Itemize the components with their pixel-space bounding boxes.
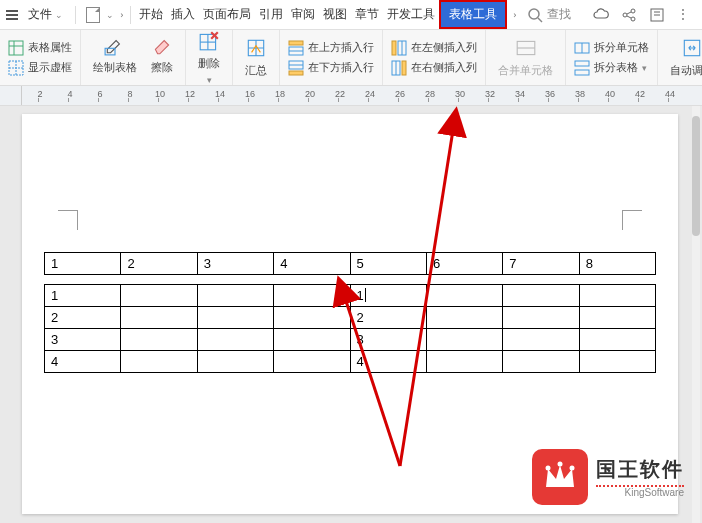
ruler-tick: 12: [180, 89, 200, 99]
table-cell[interactable]: [426, 329, 502, 351]
summary-button[interactable]: 汇总: [239, 35, 273, 80]
share-icon[interactable]: [621, 7, 637, 23]
tab-view[interactable]: 视图: [319, 2, 351, 27]
menu-bar: 文件 ⌄ ⌄ ⌄ 开始 插入 页面布局 引用 审阅 视图 章节 开发工具 表格工…: [0, 0, 702, 30]
svg-rect-40: [575, 70, 589, 75]
tab-pagelayout[interactable]: 页面布局: [199, 2, 255, 27]
ruler-tick: 34: [510, 89, 530, 99]
ruler-tick: 20: [300, 89, 320, 99]
margin-corner-icon: [622, 210, 642, 230]
table-cell[interactable]: [426, 285, 502, 307]
table-cell[interactable]: [503, 351, 579, 373]
insert-col-left-button[interactable]: 在左侧插入列: [389, 39, 479, 57]
table-cell[interactable]: 7: [503, 253, 579, 275]
svg-rect-34: [402, 61, 406, 75]
horizontal-ruler[interactable]: 2468101214161820222426283032343638404244: [22, 86, 702, 105]
table-cell[interactable]: [579, 285, 655, 307]
chevron-down-icon[interactable]: ⌄: [106, 10, 114, 20]
split-cell-button[interactable]: 拆分单元格: [572, 39, 651, 57]
tab-developer[interactable]: 开发工具: [383, 2, 439, 27]
insert-row-above-button[interactable]: 在上方插入行: [286, 39, 376, 57]
table-cell[interactable]: [274, 307, 350, 329]
delete-button[interactable]: 删除▾: [192, 28, 226, 87]
table-properties-button[interactable]: 表格属性: [6, 39, 74, 57]
eraser-button[interactable]: 擦除: [145, 32, 179, 83]
table-cell[interactable]: 8: [579, 253, 655, 275]
table-cell[interactable]: [121, 285, 197, 307]
table-cell[interactable]: 6: [426, 253, 502, 275]
search-area[interactable]: 查找: [527, 6, 571, 23]
table-cell[interactable]: [121, 307, 197, 329]
table-cell[interactable]: [274, 329, 350, 351]
merge-cells-button: 合并单元格: [492, 35, 559, 80]
table-cell[interactable]: [426, 351, 502, 373]
hamburger-icon[interactable]: [4, 8, 20, 22]
table-cell[interactable]: [579, 351, 655, 373]
table-cell[interactable]: [503, 329, 579, 351]
table-cell[interactable]: 2: [45, 307, 121, 329]
table-cell[interactable]: [197, 329, 273, 351]
table-cell[interactable]: [503, 307, 579, 329]
label: 在左侧插入列: [411, 40, 477, 55]
table-row[interactable]: 22: [45, 307, 656, 329]
table-cell[interactable]: 2: [121, 253, 197, 275]
table-cell[interactable]: 3: [45, 329, 121, 351]
autofit-button[interactable]: 自动调整: [664, 35, 702, 80]
table-cell[interactable]: 3: [350, 329, 426, 351]
tab-tabletools[interactable]: 表格工具: [439, 0, 507, 29]
label: 汇总: [245, 63, 267, 78]
vertical-scrollbar[interactable]: [692, 106, 700, 523]
tab-chapter[interactable]: 章节: [351, 2, 383, 27]
table-row[interactable]: 12345678: [45, 253, 656, 275]
table-cell[interactable]: 5: [350, 253, 426, 275]
file-menu[interactable]: 文件 ⌄: [22, 4, 69, 25]
watermark-text: 国王软件 KingSoftware: [596, 456, 684, 498]
insert-col-right-button[interactable]: 在右侧插入列: [389, 59, 479, 77]
cloud-icon[interactable]: [593, 7, 609, 23]
table-cell[interactable]: 2: [350, 307, 426, 329]
ribbon-group-split: 拆分单元格 拆分表格▾: [566, 30, 658, 85]
table-cell[interactable]: [274, 351, 350, 373]
ribbon-group-insert-rows: 在上方插入行 在下方插入行: [280, 30, 383, 85]
split-table-button[interactable]: 拆分表格▾: [572, 59, 651, 77]
table-row[interactable]: 11: [45, 285, 656, 307]
table-cell[interactable]: 1: [350, 285, 426, 307]
ruler-tick: 16: [240, 89, 260, 99]
tab-insert[interactable]: 插入: [167, 2, 199, 27]
table-cell[interactable]: [121, 351, 197, 373]
table-cell[interactable]: 4: [350, 351, 426, 373]
table-cell[interactable]: [197, 285, 273, 307]
settings-icon[interactable]: [649, 7, 665, 23]
table-cell[interactable]: [197, 351, 273, 373]
insert-row-below-button[interactable]: 在下方插入行: [286, 59, 376, 77]
show-gridlines-button[interactable]: 显示虚框: [6, 59, 74, 77]
table-cell[interactable]: [579, 307, 655, 329]
table-cell[interactable]: [503, 285, 579, 307]
tab-review[interactable]: 审阅: [287, 2, 319, 27]
document-table[interactable]: 1234567811223344: [44, 252, 656, 373]
chevron-right-icon[interactable]: ⌄: [115, 11, 125, 19]
table-cell[interactable]: [274, 285, 350, 307]
table-row[interactable]: 33: [45, 329, 656, 351]
tab-reference[interactable]: 引用: [255, 2, 287, 27]
chevron-right-icon[interactable]: ⌄: [508, 11, 518, 19]
table-row[interactable]: 44: [45, 351, 656, 373]
new-document-icon[interactable]: [86, 7, 100, 23]
ruler-tick: 32: [480, 89, 500, 99]
more-icon[interactable]: ⋮: [677, 7, 690, 23]
svg-point-44: [546, 466, 551, 471]
draw-table-button[interactable]: 绘制表格: [87, 32, 143, 83]
scrollbar-thumb[interactable]: [692, 116, 700, 236]
table-cell[interactable]: 1: [45, 285, 121, 307]
label: 拆分单元格: [594, 40, 649, 55]
table-cell[interactable]: 3: [197, 253, 273, 275]
table-cell[interactable]: 1: [45, 253, 121, 275]
label: 绘制表格: [93, 60, 137, 75]
tab-start[interactable]: 开始: [135, 2, 167, 27]
table-cell[interactable]: 4: [274, 253, 350, 275]
table-cell[interactable]: [121, 329, 197, 351]
table-cell[interactable]: [579, 329, 655, 351]
table-cell[interactable]: 4: [45, 351, 121, 373]
table-cell[interactable]: [197, 307, 273, 329]
table-cell[interactable]: [426, 307, 502, 329]
